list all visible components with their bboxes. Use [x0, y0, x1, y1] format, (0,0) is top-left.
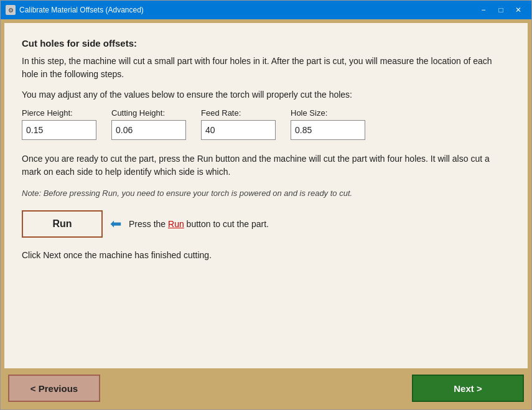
- run-description: Once you are ready to cut the part, pres…: [22, 152, 510, 179]
- run-button[interactable]: Run: [22, 210, 103, 238]
- field-group-hole: Hole Size:: [291, 108, 365, 140]
- title-bar-controls: − □ ✕: [475, 4, 526, 16]
- previous-button[interactable]: < Previous: [8, 375, 100, 402]
- fields-row: Pierce Height: Cutting Height: Feed Rate…: [22, 108, 510, 140]
- run-row: Run ⬅ Press the Run button to cut the pa…: [22, 210, 510, 238]
- finish-text: Click Next once the machine has finished…: [22, 250, 510, 260]
- run-link[interactable]: Run: [168, 219, 184, 229]
- bottom-bar: < Previous Next >: [4, 368, 528, 406]
- minimize-button[interactable]: −: [475, 4, 492, 16]
- hole-size-label: Hole Size:: [291, 108, 365, 118]
- run-instruction: Press the Run button to cut the part.: [129, 219, 269, 229]
- pierce-height-label: Pierce Height:: [22, 108, 96, 118]
- title-bar-left: ⚙ Calibrate Material Offsets (Advanced): [6, 5, 144, 15]
- close-button[interactable]: ✕: [510, 4, 526, 16]
- feed-rate-input[interactable]: [201, 120, 276, 140]
- note-text: Note: Before pressing Run, you need to e…: [22, 189, 510, 198]
- adjust-text: You may adjust any of the values below t…: [22, 90, 510, 100]
- next-button[interactable]: Next >: [412, 375, 524, 402]
- run-instruction-prefix: Press the: [129, 219, 168, 229]
- run-instruction-suffix: button to cut the part.: [184, 219, 269, 229]
- field-group-pierce: Pierce Height:: [22, 108, 96, 140]
- title-bar: ⚙ Calibrate Material Offsets (Advanced) …: [1, 1, 531, 19]
- main-panel: Cut holes for side offsets: In this step…: [4, 23, 528, 368]
- description-text: In this step, the machine will cut a sma…: [22, 55, 510, 81]
- section-title: Cut holes for side offsets:: [22, 38, 510, 49]
- arrow-icon: ⬅: [110, 216, 121, 232]
- pierce-height-input[interactable]: [22, 120, 96, 140]
- cutting-height-input[interactable]: [111, 120, 186, 140]
- field-group-feed: Feed Rate:: [201, 108, 276, 140]
- hole-size-input[interactable]: [291, 120, 365, 140]
- content-area: Cut holes for side offsets: In this step…: [1, 19, 531, 409]
- feed-rate-label: Feed Rate:: [201, 108, 276, 118]
- field-group-cutting: Cutting Height:: [111, 108, 186, 140]
- app-icon: ⚙: [6, 5, 16, 15]
- window-title: Calibrate Material Offsets (Advanced): [19, 6, 144, 14]
- cutting-height-label: Cutting Height:: [111, 108, 186, 118]
- main-window: ⚙ Calibrate Material Offsets (Advanced) …: [0, 0, 532, 410]
- maximize-button[interactable]: □: [493, 4, 509, 16]
